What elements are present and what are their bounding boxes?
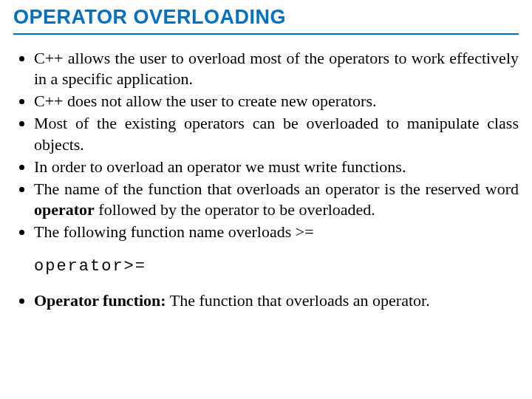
list-item: Operator function: The function that ove… xyxy=(34,290,519,311)
list-item: Most of the existing operators can be ov… xyxy=(34,113,519,154)
list-item: C++ allows the user to overload most of … xyxy=(34,48,519,89)
list-item: In order to overload an operator we must… xyxy=(34,157,519,177)
text-run: The name of the function that overloads … xyxy=(34,180,519,198)
slide: OPERATOR OVERLOADING C++ allows the user… xyxy=(0,0,532,312)
page-title: OPERATOR OVERLOADING xyxy=(13,6,519,29)
list-item: The following function name overloads >= xyxy=(34,222,519,242)
code-sample: operator>= xyxy=(34,257,519,276)
bullet-list-1: C++ allows the user to overload most of … xyxy=(13,48,519,242)
list-item: C++ does not allow the user to create ne… xyxy=(34,91,519,112)
text-run: The function that overloads an operator. xyxy=(166,291,430,310)
keyword-operator: operator xyxy=(34,200,95,219)
list-item: The name of the function that overloads … xyxy=(34,179,519,220)
title-underline xyxy=(13,33,519,35)
term-operator-function: Operator function: xyxy=(34,291,166,310)
bullet-list-2: Operator function: The function that ove… xyxy=(13,290,519,311)
text-run: followed by the operator to be overloade… xyxy=(95,200,375,219)
